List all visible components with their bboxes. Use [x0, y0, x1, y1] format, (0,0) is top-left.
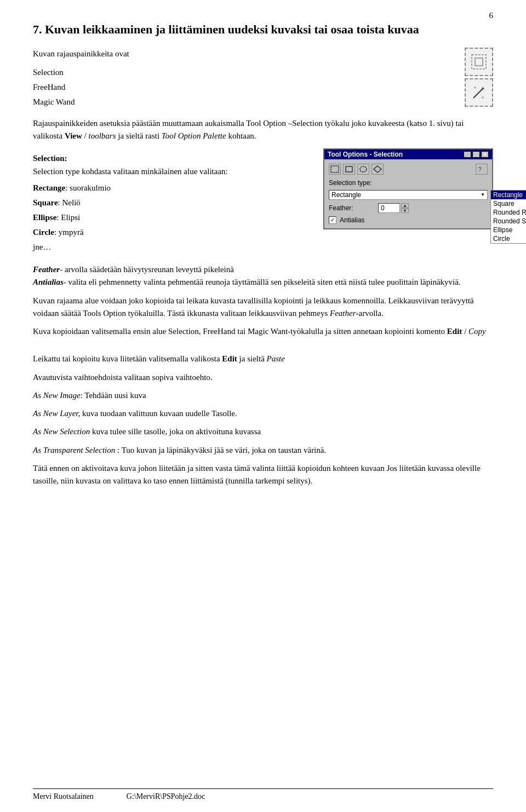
- tool-freehand: FreeHand: [33, 80, 454, 95]
- list-item-ellipse: Ellipse: Elipsi: [33, 210, 310, 225]
- dropdown-item-ellipse[interactable]: Ellipse: [491, 226, 526, 234]
- tool-options-panel: Tool Options - Selection _ □ ✕: [323, 148, 493, 258]
- window-titlebar: Tool Options - Selection _ □ ✕: [324, 149, 492, 159]
- feather-label: Feather:: [329, 204, 378, 212]
- antialias-keyword: Antialias: [33, 278, 64, 286]
- selection-type-dropdown[interactable]: Rectangle ▼: [329, 190, 488, 200]
- antialias-label: Antialias: [340, 216, 364, 224]
- feather-spin-down[interactable]: ▼: [401, 208, 409, 213]
- svg-rect-1: [475, 58, 483, 66]
- antialias-text: - valita eli pehmennetty valinta pehment…: [64, 278, 461, 286]
- feather-spin-up[interactable]: ▲: [401, 203, 409, 208]
- tool-option-palette-italic: Tool Option Palette: [162, 131, 226, 140]
- toolbar-btn-2[interactable]: [343, 164, 355, 175]
- intro-text-left: Kuvan rajauspainikkeita ovat Selection F…: [33, 48, 454, 110]
- svg-rect-9: [346, 166, 352, 172]
- page-number: 6: [489, 11, 494, 20]
- body-para-1: Kuvan rajaama alue voidaan joko kopioida…: [33, 295, 493, 320]
- dropdown-item-rectangle[interactable]: Rectangle: [491, 191, 526, 199]
- antialias-checkbox[interactable]: ✓: [329, 216, 336, 224]
- paste-option-4: As Transparent Selection : Tuo kuvan ja …: [33, 444, 493, 457]
- svg-rect-0: [472, 55, 486, 69]
- toolbar-btn-3[interactable]: [357, 164, 369, 175]
- list-item-square: Square: Neliö: [33, 195, 310, 210]
- dropdown-item-square[interactable]: Square: [491, 199, 526, 208]
- selection-type-label: Selection type:: [329, 179, 378, 187]
- toolbars-italic: toolbars: [89, 131, 116, 140]
- intro-desc5: kohtaan.: [226, 131, 256, 140]
- list-item-jne: jne…: [33, 240, 310, 255]
- toolbar-row: ?: [329, 164, 488, 175]
- toolbar-btn-1[interactable]: [329, 164, 341, 175]
- window-body: ? Selection type: Rectangle ▼ Rectangle: [324, 159, 492, 228]
- magicwand-tool-icon: [465, 78, 493, 107]
- antialias-row: ✓ Antialias: [329, 216, 488, 224]
- feather-row: Feather: 0 ▲ ▼: [329, 203, 488, 213]
- intro-label: Kuvan rajauspainikkeita ovat: [33, 48, 454, 60]
- paste-intro: Leikattu tai kopioitu kuva liitetään val…: [33, 353, 493, 365]
- intro-description: Rajauspainikkeiden asetuksia päästään mu…: [33, 117, 493, 143]
- intro-desc3: /: [82, 131, 89, 140]
- svg-rect-8: [331, 166, 339, 172]
- paste-option-2: As New Layer, kuva tuodaan valittuun kuv…: [33, 407, 493, 420]
- maximize-button[interactable]: □: [472, 151, 480, 158]
- paste-options-intro: Avautuvista vaihtoehdoista valitaan sopi…: [33, 371, 493, 384]
- selection-left: Selection: Selection type kohdasta valit…: [33, 148, 310, 258]
- body-para-2: Kuva kopioidaan valitsemalla ensin alue …: [33, 325, 493, 338]
- footer-file: G:\MerviR\PSPohje2.doc: [127, 792, 205, 801]
- intro-desc1: Rajauspainikkeiden asetuksia päästään mu…: [33, 119, 437, 128]
- list-item-circle: Circle: ympyrä: [33, 225, 310, 240]
- paste-extra: Tätä ennen on aktivoitava kuva johon lii…: [33, 462, 493, 488]
- svg-point-10: [360, 166, 367, 172]
- page-title: 7. Kuvan leikkaaminen ja liittäminen uud…: [33, 22, 493, 38]
- svg-text:?: ?: [478, 166, 482, 172]
- list-item-rectange: Rectange: suorakulmio: [33, 181, 310, 195]
- titlebar-buttons: _ □ ✕: [464, 151, 489, 158]
- tool-list: Selection FreeHand Magic Wand: [33, 65, 454, 110]
- toolbar-btn-4[interactable]: [371, 164, 384, 175]
- tool-magicwand: Magic Wand: [33, 95, 454, 110]
- feather-spin-arrows: ▲ ▼: [401, 203, 409, 213]
- feather-desc: Feather- arvolla säädetään häivytysreuna…: [33, 263, 493, 289]
- footer-author: Mervi Ruotsalainen: [33, 792, 94, 801]
- dropdown-item-rounded-square[interactable]: Rounded Square: [491, 217, 526, 226]
- minimize-button[interactable]: _: [464, 151, 471, 158]
- tool-options-window: Tool Options - Selection _ □ ✕: [323, 148, 493, 229]
- paste-option-1: As New Image: Tehdään uusi kuva: [33, 389, 493, 402]
- feather-value-box[interactable]: 0: [378, 203, 400, 213]
- dropdown-arrow-icon: ▼: [481, 192, 485, 197]
- selection-type-value: Rectangle: [331, 191, 361, 199]
- svg-line-2: [473, 89, 483, 98]
- dropdown-item-circle[interactable]: Circle: [491, 234, 526, 243]
- feather-spinner: 0 ▲ ▼: [378, 203, 409, 213]
- intro-desc4: ja sieltä rasti: [116, 131, 162, 140]
- tool-icon-area: [465, 48, 493, 107]
- close-button[interactable]: ✕: [481, 151, 489, 158]
- selection-heading: Selection:: [33, 154, 310, 163]
- feather-text2: - arvolla säädetään häivytysreunan levey…: [60, 265, 234, 274]
- toolbar-btn-5[interactable]: ?: [476, 164, 488, 175]
- feather-keyword: Feather: [33, 265, 60, 274]
- intro-block: Kuvan rajauspainikkeita ovat Selection F…: [33, 48, 493, 110]
- svg-marker-11: [374, 166, 381, 172]
- selection-desc: Selection type kohdasta valitaan minkäla…: [33, 165, 310, 178]
- paste-option-3: As New Selection kuva tulee sille tasoll…: [33, 425, 493, 438]
- tool-selection: Selection: [33, 65, 454, 80]
- dropdown-item-rounded-rectangle[interactable]: Rounded Rectangle: [491, 208, 526, 217]
- selection-type-dropdown-container: Rectangle ▼ Rectangle Square Rounded Rec…: [329, 190, 488, 200]
- dropdown-list-panel: Rectangle Square Rounded Rectangle Round…: [490, 190, 526, 244]
- selection-section: Selection: Selection type kohdasta valit…: [33, 148, 493, 258]
- window-title: Tool Options - Selection: [328, 151, 403, 158]
- selection-type-row: Selection type:: [329, 179, 488, 187]
- footer: Mervi Ruotsalainen G:\MerviR\PSPohje2.do…: [33, 788, 493, 801]
- selection-list: Rectange: suorakulmio Square: Neliö Elli…: [33, 181, 310, 255]
- view-bold: View: [65, 131, 82, 140]
- selection-tool-icon: [465, 48, 493, 76]
